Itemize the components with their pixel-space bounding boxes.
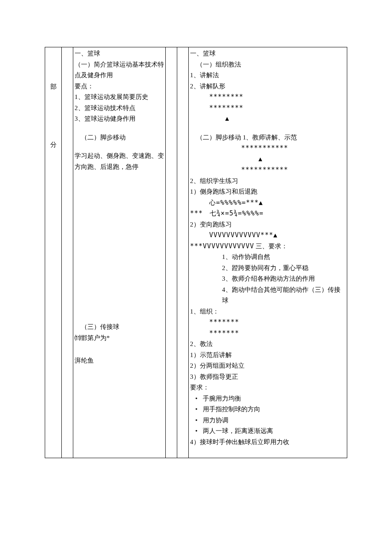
practice-item: 1）侧身跑练习和后退跑 <box>190 186 346 198</box>
requirements-title: 三、要求： <box>254 243 288 250</box>
formation-row: ***VVVVVVVVVVVV 三、要求： <box>190 241 346 252</box>
requirement-item: 2、蹬跨要协同有力，重心平稳 <box>190 263 346 274</box>
teacher-marker: ▲ <box>190 113 346 125</box>
org-item: 1、组织： <box>190 306 346 317</box>
body-text: 学习起动、侧身跑、变速跑、变方向跑、后退跑，急停 <box>75 151 164 172</box>
section-label-char: 部 <box>46 81 60 93</box>
requirement-item: 3、教师介绍各种跑动方法的作用 <box>190 273 346 285</box>
subheading: （三）传接球 <box>75 322 164 333</box>
empty-col <box>166 47 177 458</box>
formation-row: VVVVVVVVVVVV***▲ <box>190 230 346 241</box>
requirements-title: 要求： <box>190 382 346 393</box>
bullet-dot-icon: • <box>190 415 203 426</box>
formation-prefix: ***VVVVVVVVVVVV <box>190 242 254 250</box>
heading-1: 一、篮球 <box>190 48 346 59</box>
bullet-text: 用力协调 <box>203 417 228 424</box>
section-label-cell: 部 分 <box>45 47 62 458</box>
requirement-item: 4、跑动中结合其他可能的动作（三）传接球 <box>190 285 346 306</box>
step-item: 3）教师指导更正 <box>190 372 346 383</box>
empty-col <box>177 47 189 458</box>
requirement-item: 1、动作协调自然 <box>190 252 346 263</box>
bullet-text: 两人一球，距离逐渐远离 <box>203 427 273 434</box>
teacher-marker: ▲ <box>190 154 346 165</box>
bullet-text: 手腕用力均衡 <box>203 395 241 402</box>
bullet-text: 用手指控制球的方向 <box>203 406 260 413</box>
method-item: 1、讲解法 <box>190 70 346 81</box>
formation-row: ******** <box>190 103 346 114</box>
bullet-item: •手腕用力均衡 <box>190 393 346 404</box>
formation-row: *********** <box>190 143 346 154</box>
bullet-item: •用手指控制球的方向 <box>190 404 346 415</box>
subheading: （一）简介篮球运动基本技术特点及健身作用 <box>75 59 164 81</box>
teach-item: 2、教法 <box>190 339 346 350</box>
garbled-text: ⑾邯第户为* <box>75 333 164 344</box>
empty-col <box>62 47 73 458</box>
content-right-cell: 一、篮球 （一）组织教法 1、讲解法 2、讲解队形 ******** *****… <box>189 47 347 458</box>
section-label-char: 分 <box>46 139 60 151</box>
subheading: （一）组织教法 <box>190 59 346 70</box>
formation-row: ******* <box>190 317 346 328</box>
practice-item: 2）变向跑练习 <box>190 219 346 230</box>
document-page: 部 分 一、篮球 （一）简介篮球运动基本技术特点及健身作用 要点： 1、篮球运动… <box>0 0 392 555</box>
method-item: 2、讲解队形 <box>190 81 346 92</box>
step-item: 2）分两组面对站立 <box>190 360 346 372</box>
formation-row: 心=%%%%%=***▲ <box>190 198 346 209</box>
garbled-text: 湃纶鱼 <box>75 355 164 366</box>
bullet-item: •两人一球，距离逐渐远离 <box>190 426 346 437</box>
step-item: 1）示范后讲解 <box>190 350 346 361</box>
formation-row: *** 七¾×=5¾=%%%%= <box>190 208 346 219</box>
subheading: （二）脚步移动 <box>75 132 164 143</box>
formation-row: ******* <box>190 328 346 339</box>
bullet-dot-icon: • <box>190 393 203 404</box>
heading-1: 一、篮球 <box>75 48 164 59</box>
formation-row: *********** <box>190 165 346 176</box>
content-left-cell: 一、篮球 （一）简介篮球运动基本技术特点及健身作用 要点： 1、篮球运动发展简要… <box>73 47 166 458</box>
method-item: 2、组织学生练习 <box>190 176 346 187</box>
subheading: （二）脚步移动 1、教师讲解、示范 <box>190 132 346 143</box>
point-item: 3、篮球运动健身作用 <box>75 113 164 125</box>
lesson-plan-table: 部 分 一、篮球 （一）简介篮球运动基本技术特点及健身作用 要点： 1、篮球运动… <box>45 47 347 458</box>
bullet-item: •用力协调 <box>190 415 346 426</box>
bullet-dot-icon: • <box>190 426 203 437</box>
points-label: 要点： <box>75 81 164 92</box>
step-item: 4）接球时手伸出触球后立即用力收 <box>190 437 346 448</box>
point-item: 1、篮球运动发展简要历史 <box>75 92 164 103</box>
bullet-dot-icon: • <box>190 404 203 415</box>
formation-row: ******** <box>190 92 346 103</box>
point-item: 2、篮球运动技术特点 <box>75 103 164 114</box>
